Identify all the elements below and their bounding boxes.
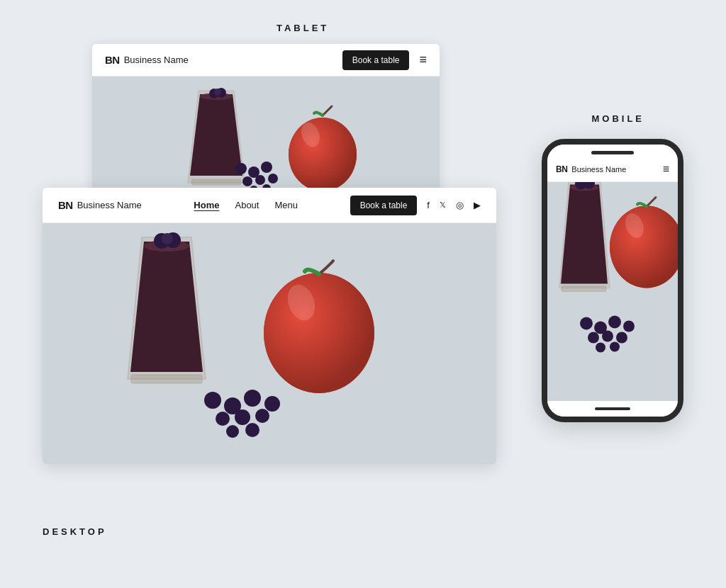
mobile-brand-initials: BN	[556, 164, 567, 174]
tablet-navbar: BN Business Name Book a table ≡	[92, 44, 440, 77]
svg-point-21	[162, 233, 173, 244]
desktop-brand-logo: BN Business Name	[58, 199, 142, 211]
nav-link-menu[interactable]: Menu	[274, 200, 298, 210]
desktop-nav-links: Home About Menu	[194, 200, 298, 210]
home-indicator	[595, 407, 630, 410]
svg-point-33	[226, 425, 239, 438]
svg-rect-22	[131, 375, 202, 383]
desktop-brand-name: Business Name	[77, 200, 142, 210]
svg-point-29	[264, 396, 280, 412]
facebook-icon[interactable]: f	[427, 200, 430, 210]
nav-link-about[interactable]: About	[235, 200, 259, 210]
desktop-book-button[interactable]: Book a table	[350, 196, 418, 215]
svg-point-45	[608, 316, 621, 329]
tablet-label: TABLET	[277, 23, 329, 33]
desktop-mockup: BN Business Name Home About Menu Book a …	[43, 188, 496, 464]
tablet-brand-name: Business Name	[124, 55, 189, 65]
svg-point-31	[235, 409, 250, 425]
svg-point-28	[244, 390, 261, 407]
desktop-navbar: BN Business Name Home About Menu Book a …	[43, 188, 496, 223]
desktop-image-area	[43, 223, 496, 464]
phone-notch	[547, 145, 678, 157]
mobile-image-area	[547, 182, 678, 401]
desktop-nav-right: Book a table f 𝕏 ◎ ▶	[350, 196, 481, 215]
svg-point-30	[216, 412, 230, 426]
svg-point-11	[261, 162, 272, 173]
tablet-brand-initials: BN	[105, 54, 120, 66]
svg-point-9	[235, 163, 247, 174]
mobile-hero-image	[547, 182, 678, 401]
svg-point-24	[264, 273, 374, 393]
svg-point-48	[602, 331, 613, 342]
nav-link-home[interactable]: Home	[194, 200, 219, 210]
svg-point-49	[616, 332, 627, 344]
desktop-brand-initials: BN	[58, 199, 73, 211]
mobile-hamburger-icon[interactable]: ≡	[663, 163, 669, 176]
tablet-book-button[interactable]: Book a table	[342, 50, 410, 70]
hamburger-icon[interactable]: ≡	[419, 52, 427, 67]
desktop-label: DESKTOP	[43, 526, 107, 537]
svg-rect-39	[562, 286, 606, 292]
svg-rect-5	[191, 179, 241, 185]
tablet-navbar-right: Book a table ≡	[342, 50, 427, 70]
desktop-hero-image	[43, 223, 496, 464]
page-container: TABLET BN Business Name Book a table ≡	[0, 0, 726, 588]
tablet-mockup: BN Business Name Book a table ≡	[92, 44, 440, 210]
twitter-icon[interactable]: 𝕏	[440, 200, 446, 210]
mobile-navbar: BN Business Name ≡	[547, 157, 678, 182]
svg-point-34	[245, 423, 259, 437]
svg-point-26	[204, 392, 221, 409]
svg-point-4	[214, 89, 221, 96]
svg-point-46	[623, 321, 635, 332]
phone-notch-bar	[591, 151, 634, 154]
mobile-brand-logo: BN Business Name	[556, 164, 626, 174]
svg-point-13	[255, 175, 265, 185]
svg-point-7	[289, 118, 357, 191]
svg-point-14	[268, 174, 278, 183]
instagram-icon[interactable]: ◎	[456, 200, 464, 210]
svg-point-47	[588, 332, 599, 344]
svg-point-32	[255, 409, 269, 423]
youtube-icon[interactable]: ▶	[474, 200, 481, 210]
svg-point-43	[580, 317, 593, 330]
mobile-mockup: BN Business Name ≡	[542, 139, 683, 422]
mobile-label: MOBILE	[591, 113, 644, 124]
phone-home-bar	[547, 401, 678, 417]
svg-point-51	[610, 342, 620, 352]
tablet-brand-logo: BN Business Name	[105, 54, 189, 66]
svg-point-12	[242, 176, 252, 186]
svg-point-50	[596, 343, 605, 353]
mobile-brand-name: Business Name	[571, 165, 626, 174]
